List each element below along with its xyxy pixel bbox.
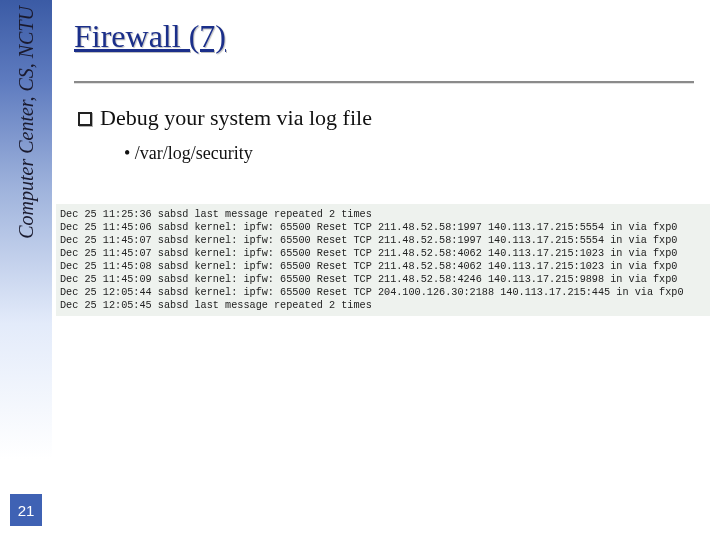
bullet-main: Debug your system via log file bbox=[74, 105, 704, 131]
bullet-main-text: Debug your system via log file bbox=[100, 105, 372, 130]
title-divider bbox=[74, 81, 694, 83]
slide: Computer Center, CS, NCTU 21 Firewall (7… bbox=[0, 0, 720, 540]
sidebar-label: Computer Center, CS, NCTU bbox=[15, 6, 38, 239]
log-line: Dec 25 11:45:07 sabsd kernel: ipfw: 6550… bbox=[60, 235, 677, 246]
log-line: Dec 25 11:25:36 sabsd last message repea… bbox=[60, 209, 372, 220]
log-line: Dec 25 11:45:08 sabsd kernel: ipfw: 6550… bbox=[60, 261, 677, 272]
content-area: Firewall (7) Debug your system via log f… bbox=[74, 18, 704, 178]
log-line: Dec 25 12:05:45 sabsd last message repea… bbox=[60, 300, 372, 311]
page-number: 21 bbox=[10, 494, 42, 526]
slide-title: Firewall (7) bbox=[74, 18, 704, 55]
sidebar: Computer Center, CS, NCTU bbox=[0, 0, 52, 540]
log-line: Dec 25 11:45:09 sabsd kernel: ipfw: 6550… bbox=[60, 274, 677, 285]
log-line: Dec 25 11:45:07 sabsd kernel: ipfw: 6550… bbox=[60, 248, 677, 259]
checkbox-icon bbox=[78, 112, 92, 126]
bullet-sub: /var/log/security bbox=[74, 143, 704, 164]
log-output: Dec 25 11:25:36 sabsd last message repea… bbox=[56, 204, 710, 316]
log-line: Dec 25 12:05:44 sabsd kernel: ipfw: 6550… bbox=[60, 287, 684, 298]
sidebar-label-container: Computer Center, CS, NCTU bbox=[15, 6, 38, 239]
log-line: Dec 25 11:45:06 sabsd kernel: ipfw: 6550… bbox=[60, 222, 677, 233]
